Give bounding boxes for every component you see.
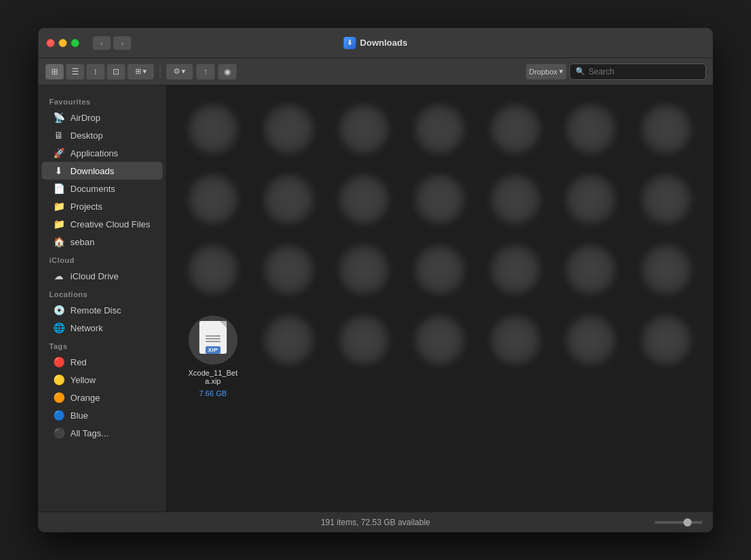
sidebar-item-tag-orange[interactable]: 🟠 Orange — [42, 389, 162, 406]
file-icon — [566, 316, 615, 365]
file-item[interactable] — [634, 240, 699, 300]
file-item[interactable] — [331, 99, 397, 159]
file-icon — [415, 104, 464, 154]
file-item[interactable] — [256, 240, 322, 300]
xip-line — [206, 338, 221, 339]
view-controls: ⊞ ☰ ⫶ ⊡ ⊞ ▾ — [45, 64, 154, 80]
sidebar-item-label: Remote Disc — [70, 305, 121, 316]
action-button[interactable]: ⚙ ▾ — [166, 64, 193, 80]
file-item[interactable] — [331, 169, 397, 229]
sidebar-item-all-tags[interactable]: ⚫ All Tags... — [42, 424, 162, 442]
gallery-view-button[interactable]: ⊡ — [107, 64, 126, 80]
sidebar-item-label: iCloud Drive — [70, 271, 119, 281]
dropbox-chevron-icon: ▾ — [559, 67, 563, 76]
red-tag-icon: 🔴 — [53, 356, 65, 368]
file-icon — [491, 175, 540, 224]
sidebar-item-desktop[interactable]: 🖥 Desktop — [42, 126, 162, 144]
sidebar-item-applications[interactable]: 🚀 Applications — [42, 144, 162, 162]
file-icon — [566, 175, 615, 224]
toolbar: ⊞ ☰ ⫶ ⊡ ⊞ ▾ ⚙ ▾ ↑ ◉ Dropbox ▾ 🔍 — [38, 58, 713, 85]
forward-button[interactable]: › — [113, 36, 131, 50]
divider-1 — [160, 65, 160, 79]
sidebar-item-projects[interactable]: 📁 Projects — [42, 197, 162, 215]
file-icon — [642, 175, 691, 224]
file-item[interactable] — [634, 99, 699, 159]
file-item[interactable] — [634, 169, 699, 229]
close-button[interactable] — [46, 39, 55, 47]
view-options-dropdown[interactable]: ⊞ ▾ — [127, 64, 154, 80]
file-item[interactable] — [483, 240, 548, 300]
sidebar-item-label: All Tags... — [70, 428, 109, 438]
file-item[interactable] — [558, 310, 624, 403]
sidebar-item-creative-cloud[interactable]: 📁 Creative Cloud Files — [42, 215, 162, 233]
file-item[interactable] — [634, 310, 699, 403]
tags-label: Tags — [38, 337, 166, 353]
sidebar-item-airdrop[interactable]: 📡 AirDrop — [42, 109, 162, 126]
file-item[interactable] — [256, 169, 322, 229]
file-icon — [415, 175, 464, 224]
zoom-track[interactable] — [655, 521, 703, 524]
tag-button[interactable]: ◉ — [218, 64, 237, 80]
search-box[interactable]: 🔍 — [569, 64, 706, 80]
sidebar-item-label: Orange — [70, 393, 100, 403]
file-item[interactable] — [407, 169, 472, 229]
file-size: 7.66 GB — [199, 389, 227, 397]
dropbox-button[interactable]: Dropbox ▾ — [526, 64, 567, 80]
file-item[interactable] — [558, 240, 624, 300]
title-text: Downloads — [360, 38, 407, 48]
sidebar-item-tag-red[interactable]: 🔴 Red — [42, 353, 162, 371]
sidebar-item-label: Red — [70, 357, 87, 367]
sidebar-item-documents[interactable]: 📄 Documents — [42, 180, 162, 197]
sidebar-item-seban[interactable]: 🏠 seban — [42, 233, 162, 251]
file-item[interactable] — [331, 310, 397, 403]
sidebar-item-tag-blue[interactable]: 🔵 Blue — [42, 406, 162, 424]
back-button[interactable]: ‹ — [93, 36, 111, 50]
xcode-xip-file[interactable]: XIP Xcode_11_Beta.xip 7.66 GB — [180, 310, 246, 403]
sidebar-item-icloud-drive[interactable]: ☁ iCloud Drive — [42, 267, 162, 285]
sidebar-item-remote-disc[interactable]: 💿 Remote Disc — [42, 301, 162, 319]
file-item[interactable] — [407, 310, 472, 403]
dropbox-label: Dropbox — [529, 68, 558, 76]
maximize-button[interactable] — [71, 39, 79, 47]
blue-tag-icon: 🔵 — [53, 409, 65, 421]
file-icon — [339, 316, 388, 365]
file-icon — [566, 104, 615, 154]
file-icon — [339, 175, 388, 224]
sidebar: Favourites 📡 AirDrop 🖥 Desktop 🚀 Applica… — [38, 85, 167, 512]
file-item[interactable] — [483, 99, 548, 159]
sidebar-item-network[interactable]: 🌐 Network — [42, 319, 162, 337]
xip-line — [206, 341, 221, 342]
zoom-thumb[interactable] — [683, 518, 692, 527]
minimize-button[interactable] — [59, 39, 67, 47]
file-item[interactable] — [558, 99, 624, 159]
file-item[interactable] — [180, 169, 246, 229]
file-icon — [264, 245, 313, 294]
file-icon — [339, 245, 388, 294]
icon-view-button[interactable]: ⊞ — [45, 64, 64, 80]
file-item[interactable] — [407, 240, 472, 300]
column-view-button[interactable]: ⫶ — [86, 64, 105, 80]
file-item[interactable] — [180, 99, 246, 159]
sidebar-item-label: seban — [70, 237, 94, 247]
search-input[interactable] — [589, 67, 700, 76]
statusbar: 191 items, 72.53 GB available — [38, 512, 713, 532]
file-item[interactable] — [256, 310, 322, 403]
file-item[interactable] — [483, 310, 548, 403]
traffic-lights — [46, 39, 79, 47]
file-item[interactable] — [483, 169, 548, 229]
sidebar-item-tag-yellow[interactable]: 🟡 Yellow — [42, 371, 162, 389]
file-item[interactable] — [331, 240, 397, 300]
file-area: XIP Xcode_11_Beta.xip 7.66 GB — [167, 85, 713, 512]
file-icon — [415, 316, 464, 365]
file-item[interactable] — [180, 240, 246, 300]
window-title: ⬇ Downloads — [343, 37, 407, 49]
file-item[interactable] — [407, 99, 472, 159]
sidebar-item-label: Applications — [70, 148, 118, 158]
sidebar-item-downloads[interactable]: ⬇ Downloads — [42, 162, 162, 180]
sidebar-item-label: Yellow — [70, 375, 96, 385]
file-item[interactable] — [256, 99, 322, 159]
list-view-button[interactable]: ☰ — [66, 64, 85, 80]
sidebar-item-label: Downloads — [70, 166, 114, 176]
file-item[interactable] — [558, 169, 624, 229]
share-button[interactable]: ↑ — [196, 64, 215, 80]
